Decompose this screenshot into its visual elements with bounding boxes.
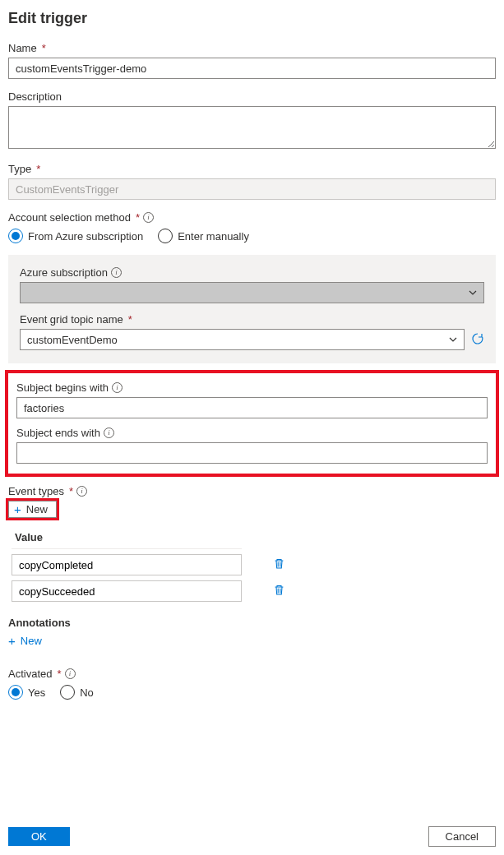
radio-checked-icon: [8, 685, 23, 700]
radio-activated-no[interactable]: No: [60, 685, 94, 700]
info-icon[interactable]: i: [112, 382, 123, 393]
name-input[interactable]: [8, 58, 496, 79]
radio-checked-icon: [8, 229, 23, 243]
trash-icon: [273, 557, 285, 570]
radio-activated-yes[interactable]: Yes: [8, 685, 45, 700]
footer: OK Cancel: [0, 818, 504, 855]
name-label: Name*: [8, 42, 496, 54]
annotations-label: Annotations: [8, 617, 496, 629]
subject-filter-highlight: Subject begins with i Subject ends with …: [5, 370, 499, 477]
chevron-down-icon: [447, 334, 459, 345]
subscription-dropdown[interactable]: [20, 282, 484, 303]
description-label: Description: [8, 90, 496, 103]
subject-ends-label: Subject ends with i: [16, 427, 488, 439]
subject-begins-label: Subject begins with i: [16, 381, 488, 394]
trash-icon: [273, 584, 285, 596]
plus-icon: +: [14, 503, 21, 515]
info-icon[interactable]: i: [104, 428, 114, 438]
type-input: CustomEventsTrigger: [8, 178, 496, 200]
event-types-label: Event types* i: [8, 485, 496, 497]
cancel-button[interactable]: Cancel: [428, 826, 496, 847]
subject-begins-input[interactable]: [16, 397, 488, 418]
info-icon[interactable]: i: [111, 267, 122, 278]
event-types-new-button[interactable]: + New: [8, 501, 57, 518]
refresh-button[interactable]: [471, 332, 484, 348]
event-types-value-header: Value: [12, 526, 242, 549]
account-method-label: Account selection method* i: [8, 211, 496, 224]
subject-ends-input[interactable]: [16, 442, 488, 464]
event-type-row: [12, 580, 496, 602]
ok-button[interactable]: OK: [8, 827, 70, 846]
event-type-value-input[interactable]: [12, 580, 242, 602]
topic-label: Event grid topic name*: [20, 313, 484, 326]
radio-enter-manually[interactable]: Enter manually: [158, 229, 249, 243]
annotations-new-button[interactable]: + New: [8, 632, 42, 649]
topic-dropdown[interactable]: customEventDemo: [20, 329, 465, 350]
description-input[interactable]: [8, 106, 496, 149]
page-title: Edit trigger: [8, 10, 496, 27]
delete-event-type-button[interactable]: [273, 557, 285, 572]
subscription-panel: Azure subscription i Event grid topic na…: [8, 255, 496, 363]
subscription-label: Azure subscription i: [20, 266, 484, 279]
type-label: Type*: [8, 163, 496, 175]
info-icon[interactable]: i: [65, 668, 76, 679]
radio-unchecked-icon: [158, 229, 173, 243]
radio-from-subscription[interactable]: From Azure subscription: [8, 229, 143, 243]
chevron-down-icon: [467, 287, 479, 298]
event-type-row: [12, 554, 496, 575]
delete-event-type-button[interactable]: [273, 584, 285, 598]
plus-icon: +: [8, 634, 16, 648]
event-type-value-input[interactable]: [12, 554, 242, 575]
radio-unchecked-icon: [60, 685, 75, 700]
activated-label: Activated* i: [8, 668, 496, 680]
refresh-icon: [471, 332, 484, 345]
info-icon[interactable]: i: [76, 486, 87, 497]
info-icon[interactable]: i: [143, 212, 154, 223]
